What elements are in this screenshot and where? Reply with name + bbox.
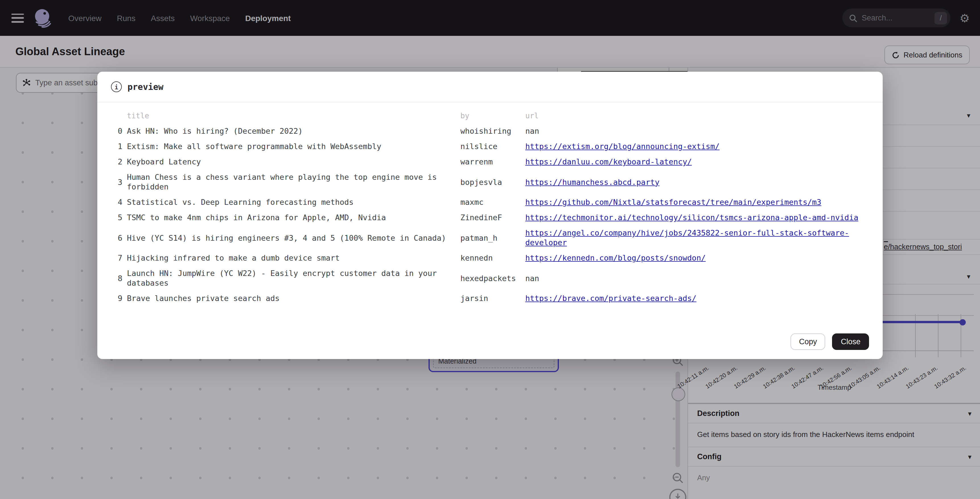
- cell-title: Brave launches private search ads: [127, 291, 460, 306]
- cell-by: patman_h: [460, 225, 525, 250]
- table-row: 3Human Chess is a chess variant where pl…: [115, 170, 865, 195]
- cell-title: TSMC to make 4nm chips in Arizona for Ap…: [127, 210, 460, 225]
- cell-url: nan: [525, 266, 865, 291]
- cell-title: Ask HN: Who is hiring? (December 2022): [127, 124, 460, 139]
- table-row: 9Brave launches private search adsjarsin…: [115, 291, 865, 306]
- url-link[interactable]: https://techmonitor.ai/technology/silico…: [525, 213, 858, 222]
- table-row: 6Hive (YC S14) is hiring engineers #3, 4…: [115, 225, 865, 250]
- cell-title: Statistical vs. Deep Learning forecastin…: [127, 195, 460, 210]
- row-index: 1: [115, 139, 127, 154]
- preview-table: title by url 0Ask HN: Who is hiring? (De…: [115, 110, 865, 306]
- row-index: 6: [115, 225, 127, 250]
- info-icon: i: [111, 81, 122, 92]
- cell-title: Extism: Make all software programmable w…: [127, 139, 460, 154]
- row-index: 0: [115, 124, 127, 139]
- dialog-footer: Copy Close: [97, 324, 883, 359]
- cell-by: bopjesvla: [460, 170, 525, 195]
- cell-by: ZinedineF: [460, 210, 525, 225]
- preview-dialog: i preview title by url 0Ask HN: Who is h…: [97, 72, 883, 359]
- url-link[interactable]: https://kennedn.com/blog/posts/snowdon/: [525, 253, 706, 262]
- cell-url: https://github.com/Nixtla/statsforecast/…: [525, 195, 865, 210]
- row-index: 2: [115, 154, 127, 170]
- cell-title: Launch HN: JumpWire (YC W22) - Easily en…: [127, 266, 460, 291]
- close-button[interactable]: Close: [832, 333, 869, 350]
- url-link[interactable]: https://github.com/Nixtla/statsforecast/…: [525, 197, 821, 207]
- table-row: 2Keyboard Latencywarrenmhttps://danluu.c…: [115, 154, 865, 170]
- table-header-row: title by url: [115, 110, 865, 124]
- column-header-url: url: [525, 110, 865, 124]
- cell-by: hexedpackets: [460, 266, 525, 291]
- dialog-title: preview: [127, 82, 163, 92]
- url-link[interactable]: https://humanchess.abcd.party: [525, 177, 659, 186]
- table-row: 1Extism: Make all software programmable …: [115, 139, 865, 154]
- cell-url: https://angel.co/company/hive/jobs/24358…: [525, 225, 865, 250]
- cell-by: kennedn: [460, 250, 525, 266]
- table-row: 0Ask HN: Who is hiring? (December 2022)w…: [115, 124, 865, 139]
- url-link[interactable]: https://angel.co/company/hive/jobs/24358…: [525, 228, 849, 247]
- row-index: 3: [115, 170, 127, 195]
- cell-url: https://extism.org/blog/announcing-extis…: [525, 139, 865, 154]
- cell-by: nilslice: [460, 139, 525, 154]
- cell-title: Keyboard Latency: [127, 154, 460, 170]
- dialog-body: title by url 0Ask HN: Who is hiring? (De…: [97, 102, 883, 324]
- row-index: 8: [115, 266, 127, 291]
- cell-url: https://brave.com/private-search-ads/: [525, 291, 865, 306]
- url-link[interactable]: https://danluu.com/keyboard-latency/: [525, 157, 692, 166]
- table-row: 7Hijacking infrared to make a dumb devic…: [115, 250, 865, 266]
- cell-url: https://techmonitor.ai/technology/silico…: [525, 210, 865, 225]
- dialog-header: i preview: [97, 72, 883, 102]
- cell-title: Hive (YC S14) is hiring engineers #3, 4 …: [127, 225, 460, 250]
- column-header-by: by: [460, 110, 525, 124]
- table-row: 8Launch HN: JumpWire (YC W22) - Easily e…: [115, 266, 865, 291]
- cell-url: nan: [525, 124, 865, 139]
- cell-title: Hijacking infrared to make a dumb device…: [127, 250, 460, 266]
- url-link[interactable]: https://brave.com/private-search-ads/: [525, 294, 696, 303]
- cell-by: warrenm: [460, 154, 525, 170]
- table-row: 5TSMC to make 4nm chips in Arizona for A…: [115, 210, 865, 225]
- preview-table-body: 0Ask HN: Who is hiring? (December 2022)w…: [115, 124, 865, 306]
- url-link[interactable]: https://extism.org/blog/announcing-extis…: [525, 142, 720, 151]
- cell-url: https://kennedn.com/blog/posts/snowdon/: [525, 250, 865, 266]
- column-header-title: title: [127, 110, 460, 124]
- row-index: 4: [115, 195, 127, 210]
- app-screen: Overview Runs Assets Workspace Deploymen…: [0, 0, 980, 499]
- cell-title: Human Chess is a chess variant where pla…: [127, 170, 460, 195]
- copy-button[interactable]: Copy: [791, 333, 826, 350]
- table-row: 4Statistical vs. Deep Learning forecasti…: [115, 195, 865, 210]
- cell-url: https://danluu.com/keyboard-latency/: [525, 154, 865, 170]
- row-index: 5: [115, 210, 127, 225]
- cell-by: maxmc: [460, 195, 525, 210]
- row-index: 9: [115, 291, 127, 306]
- cell-by: whoishiring: [460, 124, 525, 139]
- cell-by: jarsin: [460, 291, 525, 306]
- cell-url: https://humanchess.abcd.party: [525, 170, 865, 195]
- row-index: 7: [115, 250, 127, 266]
